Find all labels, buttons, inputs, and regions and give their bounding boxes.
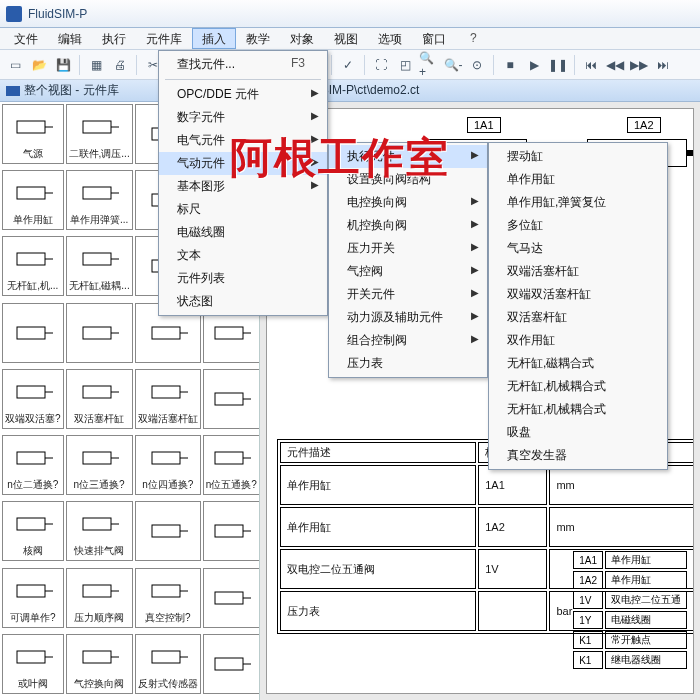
zoom-sel-icon[interactable]: ◰ <box>394 54 416 76</box>
menu-视图[interactable]: 视图 <box>324 28 368 49</box>
library-cell[interactable]: 可调单作? <box>2 568 64 628</box>
menu-item[interactable]: 电磁线圈 <box>159 221 327 244</box>
zoom-in-icon[interactable]: 🔍+ <box>418 54 440 76</box>
menu-item[interactable]: 多位缸 <box>489 214 667 237</box>
library-cell[interactable]: 气控换向阀 <box>66 634 133 694</box>
menu-item[interactable]: 标尺 <box>159 198 327 221</box>
menu-item[interactable]: 双活塞杆缸 <box>489 306 667 329</box>
menu-item[interactable]: 动力源及辅助元件▶ <box>329 306 487 329</box>
menu-item[interactable]: 执行元件▶ <box>329 145 487 168</box>
menu-item[interactable]: 双端双活塞杆缸 <box>489 283 667 306</box>
menu-item[interactable]: 真空发生器 <box>489 444 667 467</box>
insert-menu[interactable]: 查找元件...F3OPC/DDE 元件▶数字元件▶电气元件▶气动元件▶基本图形▶… <box>158 50 328 316</box>
menu-item[interactable]: 压力开关▶ <box>329 237 487 260</box>
check-icon[interactable]: ✓ <box>337 54 359 76</box>
menu-编辑[interactable]: 编辑 <box>48 28 92 49</box>
menu-item[interactable]: 气动元件▶ <box>159 152 327 175</box>
library-cell[interactable]: 快速排气阀 <box>66 501 133 561</box>
menu-item[interactable]: 状态图 <box>159 290 327 313</box>
pneumatic-submenu[interactable]: 执行元件▶设置换向阀结构电控换向阀▶机控换向阀▶压力开关▶气控阀▶开关元件▶动力… <box>328 142 488 378</box>
menu-item[interactable]: 摆动缸 <box>489 145 667 168</box>
stop-icon[interactable]: ■ <box>499 54 521 76</box>
pause-icon[interactable]: ❚❚ <box>547 54 569 76</box>
menu-item[interactable]: 气控阀▶ <box>329 260 487 283</box>
menu-item[interactable]: 无杆缸,机械耦合式 <box>489 398 667 421</box>
svg-rect-36 <box>152 386 180 398</box>
preview-icon[interactable]: ▦ <box>85 54 107 76</box>
library-cell[interactable] <box>66 303 133 363</box>
first-icon[interactable]: ⏮ <box>580 54 602 76</box>
menu-教学[interactable]: 教学 <box>236 28 280 49</box>
menu-item[interactable]: 无杆缸,机械耦合式 <box>489 375 667 398</box>
save-icon[interactable]: 💾 <box>52 54 74 76</box>
library-cell[interactable]: 双端活塞杆缸 <box>135 369 201 429</box>
menu-item[interactable]: 气马达 <box>489 237 667 260</box>
menu-item[interactable]: 电控换向阀▶ <box>329 191 487 214</box>
menu-item[interactable]: 元件列表 <box>159 267 327 290</box>
library-cell[interactable]: 或叶阀 <box>2 634 64 694</box>
play-icon[interactable]: ▶ <box>523 54 545 76</box>
menu-item[interactable]: OPC/DDE 元件▶ <box>159 83 327 106</box>
library-cell[interactable]: 无杆缸,磁耦... <box>66 236 133 296</box>
menu-item[interactable]: 文本 <box>159 244 327 267</box>
library-cell[interactable] <box>203 501 259 561</box>
library-cell[interactable]: n位五通换? <box>203 435 259 495</box>
menu-对象[interactable]: 对象 <box>280 28 324 49</box>
menu-item[interactable]: 吸盘 <box>489 421 667 444</box>
menu-item[interactable]: 查找元件...F3 <box>159 53 327 76</box>
menu-item[interactable]: 组合控制阀▶ <box>329 329 487 352</box>
menu-item[interactable]: 设置换向阀结构 <box>329 168 487 191</box>
menu-item[interactable]: 单作用缸,弹簧复位 <box>489 191 667 214</box>
library-cell[interactable]: 气源 <box>2 104 64 164</box>
menu-执行[interactable]: 执行 <box>92 28 136 49</box>
library-cell[interactable] <box>203 568 259 628</box>
library-cell[interactable]: 核阀 <box>2 501 64 561</box>
print-icon[interactable]: 🖨 <box>109 54 131 76</box>
svg-rect-40 <box>17 452 45 464</box>
library-cell[interactable]: n位四通换? <box>135 435 201 495</box>
svg-rect-16 <box>17 253 45 265</box>
menu-选项[interactable]: 选项 <box>368 28 412 49</box>
library-cell[interactable]: 双活塞杆缸 <box>66 369 133 429</box>
library-cell[interactable] <box>135 501 201 561</box>
prev-icon[interactable]: ◀◀ <box>604 54 626 76</box>
menu-item[interactable]: 无杆缸,磁耦合式 <box>489 352 667 375</box>
library-cell[interactable]: 无杆缸,机... <box>2 236 64 296</box>
menu-item[interactable]: 单作用缸 <box>489 168 667 191</box>
library-cell[interactable]: 单作用缸 <box>2 170 64 230</box>
library-cell[interactable]: n位三通换? <box>66 435 133 495</box>
menu-help[interactable]: ? <box>460 28 487 49</box>
menu-插入[interactable]: 插入 <box>192 28 236 49</box>
zoom-reset-icon[interactable]: ⊙ <box>466 54 488 76</box>
last-icon[interactable]: ⏭ <box>652 54 674 76</box>
library-cell[interactable] <box>203 369 259 429</box>
library-cell[interactable]: 双端双活塞? <box>2 369 64 429</box>
menu-item[interactable]: 压力表 <box>329 352 487 375</box>
zoom-fit-icon[interactable]: ⛶ <box>370 54 392 76</box>
menu-item[interactable]: 机控换向阀▶ <box>329 214 487 237</box>
menu-item[interactable]: 电气元件▶ <box>159 129 327 152</box>
menu-item[interactable]: 基本图形▶ <box>159 175 327 198</box>
svg-rect-54 <box>215 525 243 537</box>
actuator-submenu[interactable]: 摆动缸单作用缸单作用缸,弹簧复位多位缸气马达双端活塞杆缸双端双活塞杆缸双活塞杆缸… <box>488 142 668 470</box>
menu-item[interactable]: 数字元件▶ <box>159 106 327 129</box>
menu-item[interactable]: 双端活塞杆缸 <box>489 260 667 283</box>
menu-元件库[interactable]: 元件库 <box>136 28 192 49</box>
library-cell[interactable] <box>2 303 64 363</box>
open-icon[interactable]: 📂 <box>28 54 50 76</box>
app-icon <box>6 6 22 22</box>
zoom-out-icon[interactable]: 🔍- <box>442 54 464 76</box>
library-cell[interactable]: 反射式传感器 <box>135 634 201 694</box>
library-cell[interactable]: 二联件,调压... <box>66 104 133 164</box>
menu-窗口[interactable]: 窗口 <box>412 28 456 49</box>
library-cell[interactable]: 压力顺序阀 <box>66 568 133 628</box>
menu-文件[interactable]: 文件 <box>4 28 48 49</box>
menu-item[interactable]: 开关元件▶ <box>329 283 487 306</box>
new-icon[interactable]: ▭ <box>4 54 26 76</box>
library-cell[interactable]: 单作用弹簧... <box>66 170 133 230</box>
library-cell[interactable]: 真空控制? <box>135 568 201 628</box>
menu-item[interactable]: 双作用缸 <box>489 329 667 352</box>
library-cell[interactable]: n位二通换? <box>2 435 64 495</box>
next-icon[interactable]: ▶▶ <box>628 54 650 76</box>
library-cell[interactable] <box>203 634 259 694</box>
